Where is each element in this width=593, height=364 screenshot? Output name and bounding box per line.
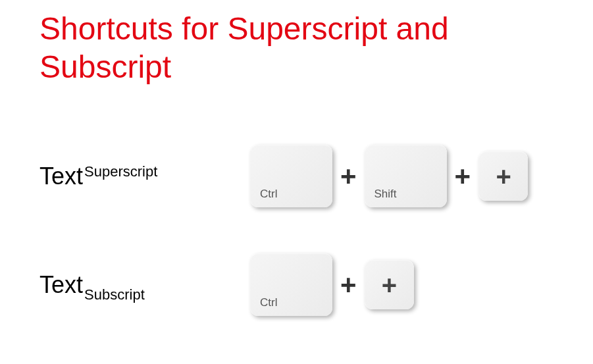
plus-separator: +	[453, 161, 473, 192]
keys-subscript: Ctrl + +	[250, 253, 414, 316]
plus-separator: +	[339, 269, 358, 301]
key-ctrl: Ctrl	[250, 253, 332, 316]
shortcut-row-subscript: Text Subscript Ctrl + +	[39, 253, 554, 316]
label-subscript: Text Subscript	[39, 271, 250, 299]
key-shift: Shift	[365, 145, 447, 207]
key-ctrl: Ctrl	[250, 145, 332, 207]
label-superscript: Text Superscript	[39, 163, 250, 190]
key-ctrl-label: Ctrl	[260, 296, 277, 309]
shortcut-row-superscript: Text Superscript Ctrl + Shift + +	[39, 145, 554, 207]
key-shift-label: Shift	[374, 188, 397, 201]
key-plus-glyph: +	[382, 272, 397, 298]
label-subscript-text: Subscript	[84, 286, 145, 303]
keys-superscript: Ctrl + Shift + +	[250, 145, 528, 207]
key-plus-glyph: +	[496, 163, 511, 190]
label-superscript-text: Superscript	[84, 163, 157, 180]
key-plus: +	[478, 151, 528, 201]
label-base-text: Text	[39, 163, 83, 190]
key-ctrl-label: Ctrl	[260, 188, 277, 201]
plus-separator: +	[339, 161, 358, 192]
page-title: Shortcuts for Superscript and Subscript	[39, 10, 554, 86]
label-base-text: Text	[39, 271, 83, 299]
key-plus: +	[365, 260, 414, 309]
